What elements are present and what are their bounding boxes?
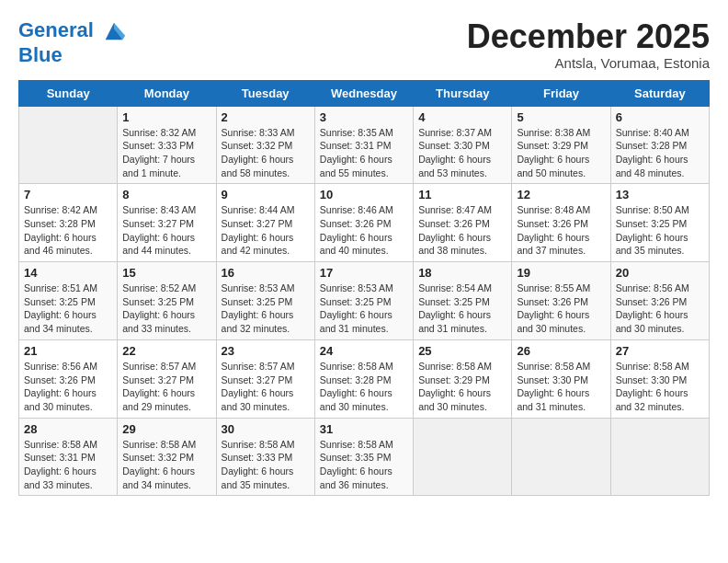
day-number: 14	[24, 266, 112, 280]
calendar-header: SundayMondayTuesdayWednesdayThursdayFrid…	[19, 80, 710, 106]
day-cell	[610, 418, 709, 496]
day-number: 25	[418, 344, 506, 358]
day-cell: 5Sunrise: 8:38 AM Sunset: 3:29 PM Daylig…	[512, 106, 610, 184]
day-cell: 12Sunrise: 8:48 AM Sunset: 3:26 PM Dayli…	[512, 184, 610, 262]
day-cell: 22Sunrise: 8:57 AM Sunset: 3:27 PM Dayli…	[118, 339, 216, 418]
day-cell: 20Sunrise: 8:56 AM Sunset: 3:26 PM Dayli…	[610, 262, 709, 340]
day-cell: 24Sunrise: 8:58 AM Sunset: 3:28 PM Dayli…	[314, 339, 413, 418]
header-cell-tuesday: Tuesday	[216, 80, 314, 106]
day-info: Sunrise: 8:48 AM Sunset: 3:26 PM Dayligh…	[517, 203, 605, 258]
day-cell: 30Sunrise: 8:58 AM Sunset: 3:33 PM Dayli…	[216, 418, 314, 496]
page-header: General Blue December 2025 Antsla, Vorum…	[18, 18, 710, 71]
day-number: 4	[418, 110, 506, 124]
day-info: Sunrise: 8:42 AM Sunset: 3:28 PM Dayligh…	[24, 203, 112, 258]
day-info: Sunrise: 8:46 AM Sunset: 3:26 PM Dayligh…	[320, 203, 408, 258]
day-info: Sunrise: 8:38 AM Sunset: 3:29 PM Dayligh…	[517, 126, 605, 180]
week-row-4: 21Sunrise: 8:56 AM Sunset: 3:26 PM Dayli…	[19, 339, 710, 418]
day-info: Sunrise: 8:58 AM Sunset: 3:33 PM Dayligh…	[222, 438, 310, 492]
day-info: Sunrise: 8:52 AM Sunset: 3:25 PM Dayligh…	[122, 282, 210, 336]
day-number: 23	[222, 344, 310, 358]
header-cell-thursday: Thursday	[414, 80, 512, 106]
day-cell: 7Sunrise: 8:42 AM Sunset: 3:28 PM Daylig…	[19, 184, 118, 262]
day-cell	[512, 418, 610, 496]
day-number: 5	[517, 110, 605, 124]
day-info: Sunrise: 8:57 AM Sunset: 3:27 PM Dayligh…	[222, 360, 310, 414]
day-number: 18	[418, 266, 506, 280]
day-info: Sunrise: 8:50 AM Sunset: 3:25 PM Dayligh…	[616, 203, 704, 258]
day-info: Sunrise: 8:56 AM Sunset: 3:26 PM Dayligh…	[24, 360, 112, 414]
day-info: Sunrise: 8:57 AM Sunset: 3:27 PM Dayligh…	[122, 360, 210, 414]
week-row-2: 7Sunrise: 8:42 AM Sunset: 3:28 PM Daylig…	[19, 184, 710, 262]
day-cell	[414, 418, 512, 496]
day-info: Sunrise: 8:43 AM Sunset: 3:27 PM Dayligh…	[122, 203, 210, 258]
header-cell-monday: Monday	[118, 80, 216, 106]
day-number: 13	[616, 188, 704, 201]
day-info: Sunrise: 8:58 AM Sunset: 3:32 PM Dayligh…	[122, 438, 210, 492]
day-cell: 23Sunrise: 8:57 AM Sunset: 3:27 PM Dayli…	[216, 339, 314, 418]
day-number: 3	[320, 110, 408, 124]
day-number: 24	[320, 344, 408, 358]
day-cell: 18Sunrise: 8:54 AM Sunset: 3:25 PM Dayli…	[414, 262, 512, 340]
week-row-3: 14Sunrise: 8:51 AM Sunset: 3:25 PM Dayli…	[19, 262, 710, 340]
day-number: 11	[418, 188, 506, 201]
day-info: Sunrise: 8:58 AM Sunset: 3:31 PM Dayligh…	[24, 438, 112, 492]
day-cell	[19, 106, 118, 184]
day-cell: 14Sunrise: 8:51 AM Sunset: 3:25 PM Dayli…	[19, 262, 118, 340]
header-cell-wednesday: Wednesday	[314, 80, 413, 106]
day-info: Sunrise: 8:33 AM Sunset: 3:32 PM Dayligh…	[222, 126, 310, 180]
day-number: 29	[122, 422, 210, 436]
day-cell: 10Sunrise: 8:46 AM Sunset: 3:26 PM Dayli…	[314, 184, 413, 262]
day-info: Sunrise: 8:58 AM Sunset: 3:30 PM Dayligh…	[517, 360, 605, 414]
header-cell-friday: Friday	[512, 80, 610, 106]
day-number: 27	[616, 344, 704, 358]
day-info: Sunrise: 8:58 AM Sunset: 3:30 PM Dayligh…	[616, 360, 704, 414]
day-cell: 25Sunrise: 8:58 AM Sunset: 3:29 PM Dayli…	[414, 339, 512, 418]
week-row-1: 1Sunrise: 8:32 AM Sunset: 3:33 PM Daylig…	[19, 106, 710, 184]
day-number: 7	[24, 188, 112, 201]
day-info: Sunrise: 8:51 AM Sunset: 3:25 PM Dayligh…	[24, 282, 112, 336]
day-number: 1	[122, 110, 210, 124]
day-info: Sunrise: 8:40 AM Sunset: 3:28 PM Dayligh…	[616, 126, 704, 180]
calendar-table: SundayMondayTuesdayWednesdayThursdayFrid…	[18, 80, 710, 497]
day-info: Sunrise: 8:53 AM Sunset: 3:25 PM Dayligh…	[222, 282, 310, 336]
day-number: 16	[222, 266, 310, 280]
day-cell: 15Sunrise: 8:52 AM Sunset: 3:25 PM Dayli…	[118, 262, 216, 340]
day-number: 15	[122, 266, 210, 280]
day-cell: 11Sunrise: 8:47 AM Sunset: 3:26 PM Dayli…	[414, 184, 512, 262]
day-info: Sunrise: 8:37 AM Sunset: 3:30 PM Dayligh…	[418, 126, 506, 180]
day-cell: 26Sunrise: 8:58 AM Sunset: 3:30 PM Dayli…	[512, 339, 610, 418]
day-number: 8	[122, 188, 210, 201]
day-number: 31	[320, 422, 408, 436]
day-cell: 4Sunrise: 8:37 AM Sunset: 3:30 PM Daylig…	[414, 106, 512, 184]
day-cell: 6Sunrise: 8:40 AM Sunset: 3:28 PM Daylig…	[610, 106, 709, 184]
day-cell: 8Sunrise: 8:43 AM Sunset: 3:27 PM Daylig…	[118, 184, 216, 262]
day-cell: 27Sunrise: 8:58 AM Sunset: 3:30 PM Dayli…	[610, 339, 709, 418]
day-number: 30	[222, 422, 310, 436]
day-info: Sunrise: 8:56 AM Sunset: 3:26 PM Dayligh…	[616, 282, 704, 336]
day-number: 26	[517, 344, 605, 358]
week-row-5: 28Sunrise: 8:58 AM Sunset: 3:31 PM Dayli…	[19, 418, 710, 496]
day-number: 9	[222, 188, 310, 201]
day-info: Sunrise: 8:53 AM Sunset: 3:25 PM Dayligh…	[320, 282, 408, 336]
day-info: Sunrise: 8:58 AM Sunset: 3:35 PM Dayligh…	[320, 438, 408, 492]
day-cell: 31Sunrise: 8:58 AM Sunset: 3:35 PM Dayli…	[314, 418, 413, 496]
day-number: 10	[320, 188, 408, 201]
day-cell: 2Sunrise: 8:33 AM Sunset: 3:32 PM Daylig…	[216, 106, 314, 184]
day-number: 17	[320, 266, 408, 280]
logo: General Blue	[18, 18, 127, 66]
day-number: 28	[24, 422, 112, 436]
day-cell: 16Sunrise: 8:53 AM Sunset: 3:25 PM Dayli…	[216, 262, 314, 340]
month-title: December 2025	[467, 18, 710, 55]
day-info: Sunrise: 8:55 AM Sunset: 3:26 PM Dayligh…	[517, 282, 605, 336]
day-info: Sunrise: 8:54 AM Sunset: 3:25 PM Dayligh…	[418, 282, 506, 336]
day-number: 6	[616, 110, 704, 124]
day-cell: 3Sunrise: 8:35 AM Sunset: 3:31 PM Daylig…	[314, 106, 413, 184]
day-cell: 9Sunrise: 8:44 AM Sunset: 3:27 PM Daylig…	[216, 184, 314, 262]
header-row: SundayMondayTuesdayWednesdayThursdayFrid…	[19, 80, 710, 106]
logo-icon	[101, 18, 127, 44]
day-number: 21	[24, 344, 112, 358]
day-cell: 28Sunrise: 8:58 AM Sunset: 3:31 PM Dayli…	[19, 418, 118, 496]
day-info: Sunrise: 8:35 AM Sunset: 3:31 PM Dayligh…	[320, 126, 408, 180]
day-number: 2	[222, 110, 310, 124]
day-number: 12	[517, 188, 605, 201]
